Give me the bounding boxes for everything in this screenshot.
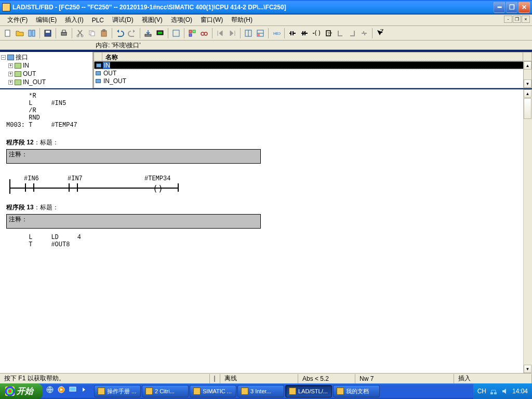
menu-file[interactable]: 文件(F) — [3, 15, 32, 25]
detail-view-button[interactable] — [255, 28, 266, 39]
network-13-header[interactable]: 程序段 13：标题： — [6, 203, 517, 212]
open-button[interactable] — [14, 28, 25, 39]
stl-line[interactable]: RND — [6, 114, 517, 122]
branch-open-button[interactable] — [335, 28, 346, 39]
network-13-comment[interactable]: 注释： — [6, 214, 261, 229]
stl-line[interactable]: L #IN5 — [6, 100, 517, 107]
redo-button[interactable] — [126, 28, 138, 39]
tree-root[interactable]: −接口 — [1, 53, 91, 61]
goto-end-button[interactable] — [227, 28, 238, 39]
stl-line[interactable]: L LD 4 — [6, 234, 517, 241]
symbol-button[interactable]: HEX — [271, 28, 282, 39]
task-icon — [241, 388, 248, 395]
network-12-ladder[interactable]: #IN6 #IN7 #TEMP34 — [6, 173, 183, 194]
branch-close-button[interactable] — [347, 28, 358, 39]
grid-row-inout[interactable]: IN_OUT — [94, 77, 531, 85]
menu-options[interactable]: 选项(O) — [167, 15, 196, 25]
code-editor[interactable]: *R L #IN5 /R RND M003: T #TEMP47 程序段 12：… — [0, 88, 532, 373]
mdi-minimize[interactable]: - — [504, 16, 512, 23]
grid-row-out[interactable]: OUT — [94, 69, 531, 77]
tree-inout[interactable]: +IN_OUT — [1, 78, 91, 86]
context-help-button[interactable]: ? — [375, 28, 386, 39]
taskbar-task[interactable]: LAD/STL/... — [285, 385, 332, 397]
download-button[interactable] — [142, 28, 154, 39]
editor-scrollbar[interactable]: ▲ ▼ — [523, 89, 532, 373]
no-contact-button[interactable] — [287, 28, 298, 39]
menu-view[interactable]: 视图(V) — [138, 15, 167, 25]
grid-scrollbar[interactable]: ▲ ▼ — [523, 61, 531, 88]
svg-rect-12 — [103, 30, 105, 31]
contact-label: #IN6 — [24, 175, 39, 182]
taskbar-task[interactable]: 2 Citri... — [142, 385, 189, 397]
menu-window[interactable]: 窗口(W) — [196, 15, 227, 25]
svg-point-21 — [204, 32, 207, 35]
mdi-close[interactable]: × — [522, 16, 530, 23]
minimize-button[interactable]: ━ — [494, 2, 505, 13]
box-button[interactable]: ?? — [323, 28, 334, 39]
ql-desktop-icon[interactable] — [69, 385, 79, 397]
language-indicator[interactable]: CH — [477, 388, 486, 395]
menu-insert[interactable]: 插入(I) — [61, 15, 87, 25]
svg-rect-0 — [5, 30, 10, 36]
mdi-restore[interactable]: ❐ — [513, 16, 521, 23]
save-button[interactable] — [42, 28, 54, 39]
close-button[interactable]: ✕ — [518, 2, 530, 13]
window-split-button[interactable] — [243, 28, 254, 39]
taskbar-task[interactable]: SIMATIC ... — [190, 385, 236, 397]
maximize-button[interactable]: ❐ — [506, 2, 517, 13]
monitor-button[interactable] — [154, 28, 166, 39]
status-pos: Abs < 5.2 — [298, 374, 355, 383]
taskbar-task[interactable]: 我的文档 — [333, 385, 380, 397]
paste-button[interactable] — [98, 28, 110, 39]
tray-network-icon[interactable] — [489, 387, 498, 395]
cut-button[interactable] — [74, 28, 86, 39]
stl-line[interactable]: *R — [6, 92, 517, 100]
menu-help[interactable]: 帮助(H) — [227, 15, 257, 25]
stl-line[interactable]: M003: T #TEMP47 — [6, 122, 517, 129]
menu-plc[interactable]: PLC — [88, 16, 108, 25]
ql-more-icon[interactable] — [80, 385, 90, 397]
ql-media-icon[interactable] — [57, 385, 68, 397]
network-12-header[interactable]: 程序段 12：标题： — [6, 138, 517, 147]
windows-logo-icon — [5, 387, 15, 396]
interface-tree-pane[interactable]: −接口 +IN +OUT +IN_OUT — [0, 52, 94, 88]
system-tray[interactable]: CH 14:04 — [473, 383, 532, 399]
ref-button[interactable] — [170, 28, 182, 39]
menu-edit[interactable]: 编辑(E) — [32, 15, 61, 25]
svg-rect-15 — [158, 32, 162, 34]
grid-header-name[interactable]: 名称 — [102, 52, 523, 61]
clock[interactable]: 14:04 — [512, 388, 528, 395]
svg-rect-13 — [145, 34, 151, 36]
taskbar-task[interactable]: 3 Inter... — [237, 385, 284, 397]
catalog-button[interactable] — [26, 28, 37, 39]
ql-ie-icon[interactable] — [46, 385, 56, 397]
overview-button[interactable] — [187, 28, 198, 39]
start-button[interactable]: 开始 — [0, 383, 43, 399]
grid-body[interactable]: IN OUT IN_OUT ▲ ▼ — [94, 61, 532, 88]
print-button[interactable] — [58, 28, 70, 39]
nc-contact-button[interactable] — [299, 28, 310, 39]
copy-button[interactable] — [86, 28, 98, 39]
task-icon — [145, 388, 153, 395]
grid-row-in[interactable]: IN — [94, 61, 531, 69]
titlebar[interactable]: LAD/STL/FBD - [FC250 -- "FC250" -- 20120… — [0, 0, 532, 15]
tree-in[interactable]: +IN — [1, 61, 91, 70]
coil-label: #TEMP34 — [144, 175, 170, 182]
stl-line[interactable]: T #OUT8 — [6, 241, 517, 248]
goto-start-button[interactable] — [215, 28, 226, 39]
menu-debug[interactable]: 调试(D) — [108, 15, 138, 25]
connection-button[interactable] — [358, 28, 370, 39]
undo-button[interactable] — [114, 28, 126, 39]
svg-rect-11 — [101, 31, 107, 36]
network-12-comment[interactable]: 注释： — [6, 149, 261, 164]
svg-rect-6 — [62, 30, 65, 32]
tray-volume-icon[interactable] — [501, 387, 509, 395]
svg-text:(): () — [314, 30, 321, 37]
coil-button[interactable]: () — [311, 28, 322, 39]
taskbar-task[interactable]: 操作手册 ... — [94, 385, 141, 397]
stl-line[interactable]: /R — [6, 107, 517, 114]
tree-out[interactable]: +OUT — [1, 70, 91, 78]
new-button[interactable] — [2, 28, 14, 39]
svg-rect-10 — [91, 32, 95, 36]
glasses-icon[interactable] — [198, 28, 210, 39]
